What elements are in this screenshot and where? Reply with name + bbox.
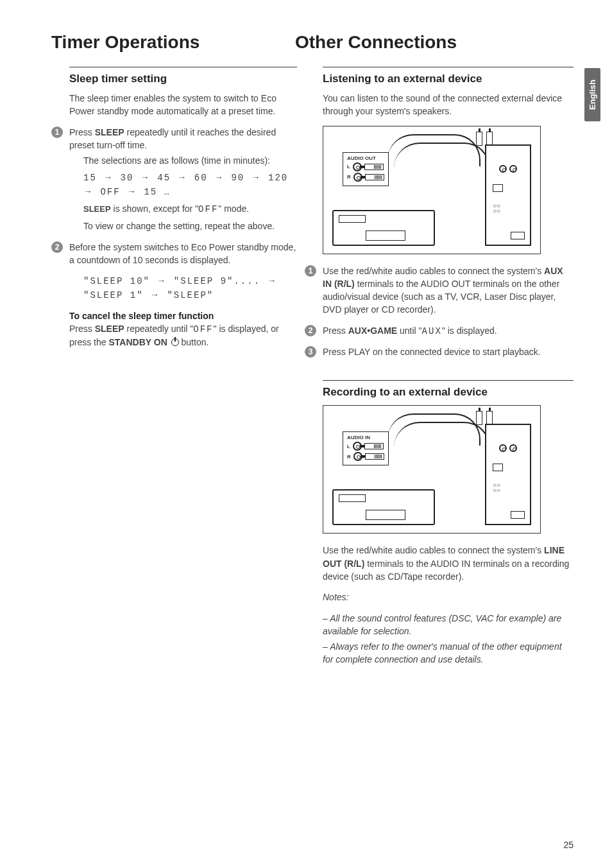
r-label: R [347, 174, 351, 180]
r-step-marker-1-icon: 1 [305, 265, 316, 277]
cancel-d: button. [179, 337, 209, 347]
r-step-3: 3 Press PLAY on the connected device to … [323, 345, 574, 358]
diagram-audio-out: AUDIO OUT L R ○○○○ [323, 126, 541, 254]
cancel-b: repeatedly until " [124, 324, 194, 334]
sleep-sc: SLEEP [83, 204, 111, 214]
cancel-off-seg: OFF [193, 324, 213, 334]
standby-bold: STANDBY ON [108, 337, 167, 347]
r2-c: " is displayed. [442, 326, 497, 336]
r1-b: terminals to the AUDIO OUT terminals on … [323, 279, 559, 315]
cancel-title: To cancel the sleep timer function [69, 311, 297, 321]
cancel-a: Press [69, 324, 95, 334]
step1-text-a: Press [69, 127, 95, 137]
step-1: 1 Press SLEEP repeatedly until it reache… [69, 126, 297, 233]
r-step-marker-3-icon: 3 [305, 346, 316, 358]
external-device-icon [332, 210, 435, 246]
system-rear-icon-2: ○○○○ [485, 424, 531, 525]
countdown-sequence: "SLEEP 10" → "SLEEP 9".... → "SLEEP 1" →… [83, 274, 297, 302]
notes-label: Notes: [323, 591, 574, 603]
step2-text: Before the system switches to Eco Power … [69, 241, 297, 267]
r-step-2: 2 Press AUX•GAME until "AUX" is displaye… [323, 324, 574, 338]
audio-out-panel: AUDIO OUT L R [343, 152, 389, 186]
note-2: – Always refer to the owner's manual of … [323, 640, 574, 666]
recording-title: Recording to an external device [323, 380, 574, 399]
r2-a: Press [323, 326, 348, 336]
r2-b: until " [397, 326, 421, 336]
r-step-1: 1 Use the red/white audio cables to conn… [323, 265, 574, 317]
audio-in-label: AUDIO IN [347, 435, 384, 440]
rec-a: Use the red/white audio cables to connec… [323, 545, 544, 555]
listening-title: Listening to an external device [323, 67, 574, 85]
sleep-view: To view or change the setting, repeat th… [83, 220, 297, 232]
sleep-note: SLEEP is shown, except for "OFF" mode. [83, 202, 297, 216]
l-label: L [347, 164, 350, 169]
step-marker-2-icon: 2 [51, 241, 63, 253]
language-tab: English [584, 68, 600, 121]
note-1: – All the sound control features (DSC, V… [323, 612, 574, 638]
step-marker-1-icon: 1 [51, 126, 63, 138]
external-device-icon-2 [332, 489, 435, 525]
time-sequence: 15 → 30 → 45 → 60 → 90 → 120 → OFF → 15 … [83, 171, 297, 198]
power-icon [171, 338, 179, 346]
audio-out-label: AUDIO OUT [347, 155, 384, 161]
right-column: Listening to an external device You can … [323, 67, 574, 674]
sleep-button-label: SLEEP [95, 127, 124, 137]
r-step-marker-2-icon: 2 [305, 325, 316, 336]
l-label-2: L [347, 444, 350, 449]
audio-in-panel: AUDIO IN L R [343, 431, 389, 465]
cancel-text: Press SLEEP repeatedly until "OFF" is di… [69, 322, 297, 349]
left-column: Sleep timer setting The sleep timer enab… [69, 67, 297, 674]
step1-sub: The selections are as follows (time in m… [83, 154, 297, 167]
sleep-timer-title: Sleep timer setting [69, 67, 297, 85]
sleep-note-b: is shown, except for " [111, 204, 198, 214]
aux-seg: AUX [422, 326, 442, 336]
heading-left: Timer Operations [51, 32, 302, 53]
sleep-note-c: " mode. [218, 204, 249, 214]
recording-para: Use the red/white audio cables to connec… [323, 544, 574, 583]
system-rear-icon: ○○○○ [485, 144, 531, 246]
r-label-2: R [347, 454, 351, 460]
diagram-audio-in: AUDIO IN L R ○○○○ [323, 405, 541, 534]
r3-text: Press PLAY on the connected device to st… [323, 345, 574, 358]
off-seg: OFF [198, 204, 218, 214]
cancel-sleep-bold: SLEEP [95, 324, 124, 334]
r1-a: Use the red/white audio cables to connec… [323, 266, 544, 276]
listening-intro: You can listen to the sound of the conne… [323, 92, 574, 118]
heading-right: Other Connections [295, 32, 457, 53]
sleep-intro: The sleep timer enables the system to sw… [69, 92, 297, 118]
aux-game-bold: AUX•GAME [348, 326, 397, 336]
page-number: 25 [563, 840, 574, 850]
step-2: 2 Before the system switches to Eco Powe… [69, 241, 297, 302]
